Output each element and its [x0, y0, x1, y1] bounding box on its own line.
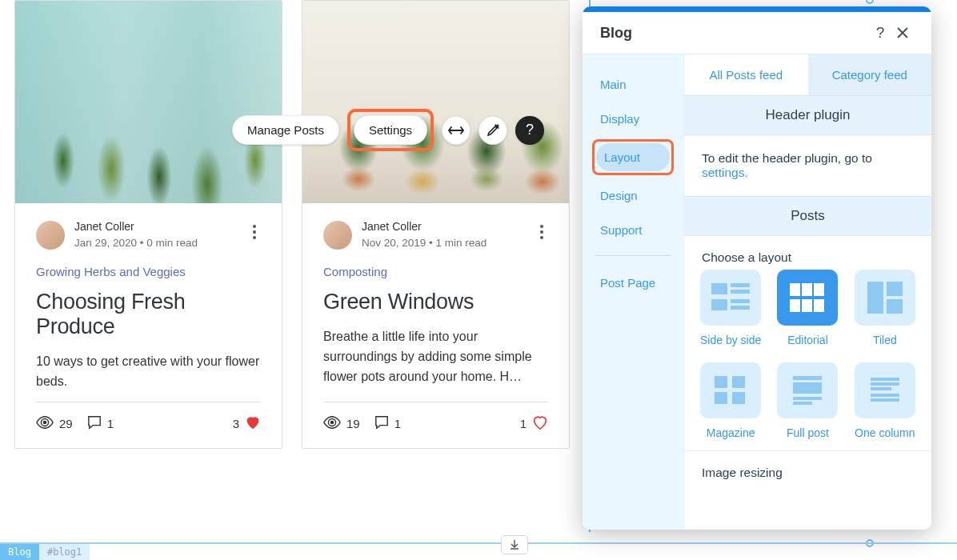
breadcrumb-element-id[interactable]: #blog1: [39, 544, 90, 560]
more-options-button[interactable]: [532, 222, 551, 242]
svg-rect-3: [711, 283, 727, 294]
comments-count: 1: [394, 417, 401, 430]
layout-label: Tiled: [873, 334, 897, 346]
panel-close-button[interactable]: [891, 22, 914, 44]
layout-one-column[interactable]: One column: [855, 362, 915, 439]
post-card[interactable]: Janet Coller Jan 29, 2020 • 0 min read G…: [14, 0, 282, 449]
svg-rect-7: [731, 299, 750, 303]
svg-rect-33: [871, 394, 899, 397]
layout-editorial[interactable]: Editorial: [777, 270, 838, 346]
stretch-icon[interactable]: [442, 116, 470, 145]
settings-main: All Posts feed Category feed Header plug…: [683, 54, 931, 530]
likes-stat[interactable]: 3: [233, 415, 261, 432]
nav-post-page[interactable]: Post Page: [592, 269, 674, 297]
element-toolbar: Manage Posts Settings ?: [232, 109, 544, 151]
panel-title: Blog: [600, 25, 869, 42]
highlight-layout: Layout: [592, 139, 674, 175]
blog-settings-panel: Blog ? Main Display Layout Design Suppor…: [583, 6, 931, 530]
tab-category[interactable]: Category feed: [808, 54, 932, 95]
header-plugin-settings-link[interactable]: settings.: [702, 166, 748, 179]
svg-rect-28: [793, 397, 822, 400]
svg-rect-9: [790, 283, 800, 296]
highlight-settings: Settings: [347, 109, 434, 151]
eye-icon: [36, 416, 54, 431]
post-title[interactable]: Green Windows: [323, 290, 548, 314]
likes-stat[interactable]: 1: [520, 415, 548, 432]
breadcrumb-strip: Blog #blog1: [0, 544, 90, 560]
comments-count: 1: [107, 417, 114, 430]
views-stat: 19: [323, 416, 360, 431]
post-excerpt: 10 ways to get creative with your flower…: [36, 352, 261, 392]
svg-rect-10: [802, 283, 812, 296]
post-card[interactable]: Janet Coller Nov 20, 2019 • 1 min read C…: [302, 0, 570, 449]
heart-icon: [532, 415, 548, 432]
svg-rect-20: [715, 386, 727, 388]
views-stat: 29: [36, 416, 73, 431]
avatar[interactable]: [323, 221, 352, 250]
tab-all-posts[interactable]: All Posts feed: [684, 54, 808, 95]
svg-rect-22: [715, 392, 727, 402]
breadcrumb-element-type[interactable]: Blog: [0, 544, 39, 560]
panel-help-button[interactable]: ?: [869, 22, 891, 44]
nav-design[interactable]: Design: [592, 182, 674, 210]
svg-rect-4: [731, 283, 750, 287]
header-plugin-text: To edit the header plugin, go to: [702, 151, 872, 165]
author-name[interactable]: Janet Coller: [74, 219, 198, 234]
svg-rect-13: [802, 299, 812, 312]
post-category[interactable]: Growing Herbs and Veggies: [36, 265, 261, 278]
layout-label: Full post: [787, 426, 829, 439]
section-action-button[interactable]: [501, 535, 528, 554]
nav-main[interactable]: Main: [592, 70, 674, 98]
layout-tiled[interactable]: Tiled: [855, 270, 915, 346]
svg-point-1: [330, 420, 334, 424]
svg-rect-16: [887, 282, 903, 296]
svg-rect-31: [871, 382, 899, 386]
section-posts: Posts: [684, 196, 931, 236]
avatar[interactable]: [36, 221, 65, 250]
settings-button[interactable]: Settings: [354, 115, 427, 145]
design-icon[interactable]: [478, 116, 507, 145]
svg-rect-26: [793, 376, 822, 380]
help-icon[interactable]: ?: [515, 116, 544, 145]
eye-icon: [323, 416, 341, 431]
svg-rect-8: [731, 306, 750, 310]
layout-magazine[interactable]: Magazine: [700, 362, 761, 439]
svg-rect-34: [871, 398, 899, 402]
post-title[interactable]: Choosing Fresh Produce: [36, 290, 261, 339]
nav-support[interactable]: Support: [592, 216, 674, 244]
post-image: [15, 1, 282, 203]
panel-drag-bar[interactable]: [583, 6, 931, 12]
layout-label: Magazine: [707, 426, 755, 439]
settings-sidebar: Main Display Layout Design Support Post …: [583, 54, 683, 530]
manage-posts-button[interactable]: Manage Posts: [232, 115, 339, 145]
svg-point-2: [496, 124, 499, 126]
choose-layout-label: Choose a layout: [684, 236, 931, 270]
nav-layout[interactable]: Layout: [596, 143, 670, 171]
svg-rect-17: [887, 299, 903, 314]
comments-stat[interactable]: 1: [87, 415, 114, 432]
svg-rect-12: [790, 299, 800, 312]
comment-icon: [374, 415, 389, 432]
svg-rect-23: [732, 392, 745, 402]
svg-rect-27: [793, 382, 822, 394]
layout-full-post[interactable]: Full post: [777, 362, 838, 439]
svg-rect-18: [715, 376, 727, 386]
layout-side-by-side[interactable]: Side by side: [700, 270, 761, 346]
comments-stat[interactable]: 1: [374, 415, 401, 432]
section-boundary-line: [0, 542, 957, 544]
nav-display[interactable]: Display: [592, 105, 674, 133]
svg-rect-25: [732, 402, 745, 404]
svg-rect-19: [732, 376, 745, 386]
layout-label: Editorial: [787, 334, 828, 346]
likes-count: 1: [520, 417, 527, 430]
more-options-button[interactable]: [245, 222, 264, 242]
layout-options: Side by side Editorial Tiled: [684, 270, 931, 450]
resize-handle[interactable]: [866, 0, 874, 4]
likes-count: 3: [233, 417, 239, 430]
post-excerpt: Breathe a little life into your surround…: [323, 327, 548, 386]
author-name[interactable]: Janet Coller: [362, 219, 487, 234]
section-header-plugin: Header plugin: [684, 95, 931, 135]
blog-feed: Janet Coller Jan 29, 2020 • 0 min read G…: [14, 0, 575, 449]
post-category[interactable]: Composting: [323, 265, 548, 278]
post-meta: Jan 29, 2020 • 0 min read: [74, 236, 198, 250]
